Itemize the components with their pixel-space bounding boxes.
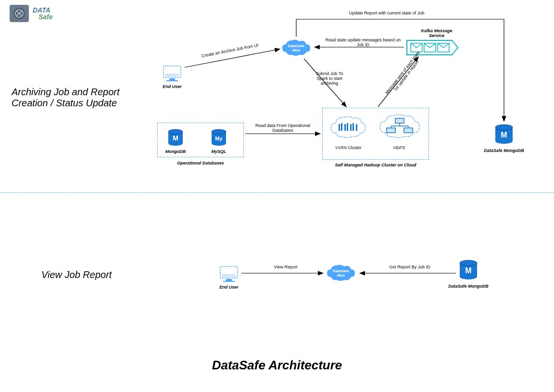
svg-text:M: M [465, 266, 471, 275]
svg-rect-31 [404, 128, 413, 133]
database-icon: My [211, 129, 227, 147]
svg-text:My: My [215, 136, 223, 141]
edge-create-archive: Create an Archive Job from UI [192, 41, 268, 60]
database-icon: M [494, 124, 514, 145]
datasafe-web-1: DataSafe Web [280, 38, 312, 61]
mongodb-op-label: MongoDB [164, 149, 188, 154]
yarn-label: YARN Cluster [329, 145, 367, 150]
edge-get-report: Get Report By Job ID [381, 265, 439, 269]
monitor-icon [162, 65, 183, 82]
datasafe-mongo-2-label: DataSafe MongoDB [445, 284, 491, 289]
mysql-op: My [211, 129, 227, 149]
hdfs-label: HDFS [380, 145, 418, 150]
database-icon: M [167, 129, 184, 147]
edge-read-operational: Read data From Operational Databases [249, 123, 316, 133]
svg-rect-27 [353, 123, 354, 131]
svg-rect-26 [350, 124, 352, 131]
end-user-2 [218, 266, 239, 285]
svg-rect-6 [169, 78, 175, 80]
monitor-icon [218, 266, 239, 283]
svg-point-19 [212, 141, 226, 146]
safe-icon [9, 4, 30, 23]
svg-rect-28 [356, 124, 357, 131]
svg-rect-7 [166, 80, 178, 81]
section-divider [0, 192, 554, 193]
hdfs-cloud-icon [378, 112, 421, 139]
database-icon: M [459, 260, 478, 281]
edge-view-report: View Report [266, 265, 305, 269]
edge-read-state: Read state update messages based on Job … [322, 38, 404, 47]
mysql-op-label: MySQL [207, 149, 231, 154]
section-2-title: View Job Report [41, 269, 112, 280]
logo-text-bottom: Safe [33, 13, 53, 20]
end-user-1-label: End User [162, 84, 183, 89]
hdfs [378, 112, 421, 141]
datasafe-mongo-1: M [494, 124, 514, 147]
svg-rect-23 [341, 123, 342, 131]
operational-db-label: Operational Databases [157, 161, 244, 165]
svg-rect-29 [395, 118, 404, 123]
svg-text:M: M [501, 131, 507, 139]
mongodb-op: M [167, 129, 184, 149]
datasafe-web-2: DataSafe Web [325, 263, 357, 286]
logo: DATA Safe [9, 4, 53, 23]
svg-rect-22 [339, 124, 340, 131]
svg-rect-42 [226, 279, 232, 281]
arrows-layer [0, 0, 554, 392]
svg-rect-30 [387, 128, 395, 133]
edge-update-report: Update Report with current state of Job [334, 11, 440, 15]
svg-rect-44 [222, 274, 236, 277]
svg-rect-24 [344, 124, 346, 131]
svg-rect-25 [347, 123, 348, 131]
datasafe-mongo-2: M [459, 260, 478, 283]
end-user-2-label: End User [218, 285, 239, 290]
hadoop-label: Self Managed Hadoop Cluster on Cloud [322, 163, 429, 167]
svg-rect-8 [165, 74, 179, 76]
kafka-label: Kafka Message Service [408, 28, 466, 38]
svg-text:M: M [173, 134, 178, 142]
yarn-cluster [329, 114, 367, 141]
edge-submit-spark: Submit Job To Spark to start archiving [308, 71, 351, 86]
yarn-cloud-icon [329, 114, 367, 139]
section-1-title: Archiving Job and Report Creation / Stat… [12, 87, 120, 109]
datasafe-mongo-1-label: DataSafe MongoDB [481, 148, 527, 153]
logo-text-top: DATA [33, 7, 53, 13]
end-user-1 [162, 65, 183, 84]
main-title: DataSafe Architecture [0, 358, 554, 373]
edge-message-sent: Message sent of each state for update in… [381, 47, 428, 102]
svg-rect-43 [223, 281, 235, 282]
